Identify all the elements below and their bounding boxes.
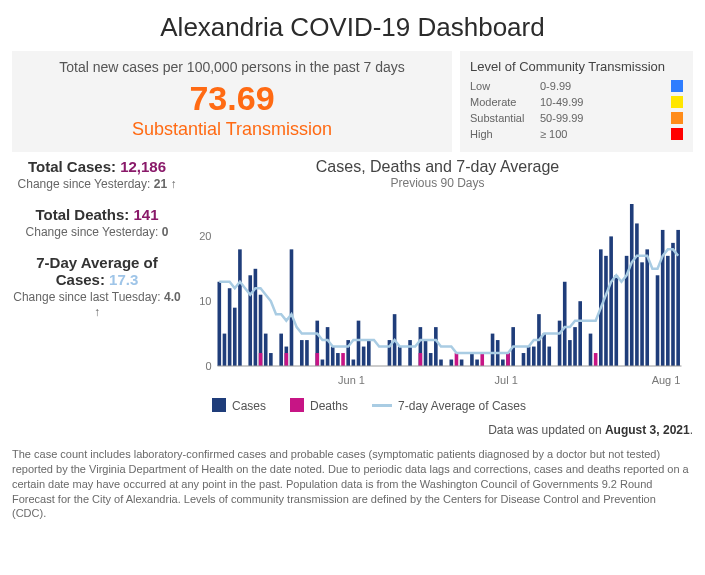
svg-rect-7: [238, 249, 242, 366]
legend-avg: 7-day Average of Cases: [372, 399, 526, 413]
chart-subtitle: Previous 90 Days: [182, 176, 693, 190]
mid-row: Total Cases: 12,186 Change since Yesterd…: [12, 158, 693, 437]
svg-rect-74: [315, 353, 319, 366]
cases-swatch-icon: [212, 398, 226, 412]
svg-rect-76: [419, 353, 423, 366]
svg-rect-55: [573, 327, 577, 366]
svg-rect-78: [480, 353, 484, 366]
svg-text:10: 10: [199, 295, 211, 307]
stat-label: Total Deaths:: [35, 206, 133, 223]
svg-rect-37: [450, 360, 454, 366]
svg-rect-34: [429, 353, 433, 366]
svg-rect-21: [331, 347, 335, 366]
legend-row: Substantial50-99.99: [470, 110, 683, 126]
svg-rect-77: [455, 353, 459, 366]
svg-rect-65: [640, 262, 644, 366]
svg-rect-3: [218, 282, 222, 366]
stat-change: Change since Yesterday: 21 ↑: [12, 177, 182, 192]
legend-swatch-icon: [671, 96, 683, 108]
legend-swatch-icon: [671, 128, 683, 140]
svg-rect-9: [254, 269, 258, 366]
deaths-swatch-icon: [290, 398, 304, 412]
legend-swatch-icon: [671, 80, 683, 92]
svg-rect-17: [305, 340, 309, 366]
svg-rect-53: [563, 282, 567, 366]
legend-row: Moderate10-49.99: [470, 94, 683, 110]
svg-rect-64: [635, 223, 639, 366]
avg-line-icon: [372, 404, 392, 407]
svg-rect-15: [290, 249, 294, 366]
stat-total-cases: Total Cases: 12,186 Change since Yesterd…: [12, 158, 182, 192]
rate-label: Substantial Transmission: [22, 119, 442, 140]
legend-range: ≥ 100: [540, 126, 671, 142]
svg-rect-47: [527, 347, 531, 366]
cases-chart: 01020Jun 1Jul 1Aug 1: [182, 194, 693, 394]
svg-rect-72: [259, 353, 263, 366]
svg-rect-75: [341, 353, 345, 366]
stat-value: 12,186: [120, 158, 166, 175]
legend-level: Substantial: [470, 110, 540, 126]
svg-rect-60: [609, 236, 613, 366]
svg-text:0: 0: [205, 360, 211, 372]
stat-total-deaths: Total Deaths: 141 Change since Yesterday…: [12, 206, 182, 240]
svg-rect-33: [424, 340, 428, 366]
svg-rect-13: [279, 334, 283, 366]
svg-text:Aug 1: Aug 1: [652, 374, 681, 386]
svg-rect-6: [233, 308, 237, 366]
svg-text:Jun 1: Jun 1: [338, 374, 365, 386]
chart-legend: Cases Deaths 7-day Average of Cases: [182, 398, 693, 413]
rate-card: Total new cases per 100,000 persons in t…: [12, 51, 452, 152]
svg-text:20: 20: [199, 230, 211, 242]
legend-level: Moderate: [470, 94, 540, 110]
svg-rect-40: [475, 360, 479, 366]
stat-7day-average: 7-Day Average of Cases: 17.3 Change sinc…: [12, 254, 182, 320]
svg-rect-70: [671, 243, 675, 366]
transmission-legend-card: Level of Community Transmission Low0-9.9…: [460, 51, 693, 152]
legend-row: Low0-9.99: [470, 78, 683, 94]
svg-rect-30: [398, 347, 402, 366]
svg-rect-39: [470, 353, 474, 366]
svg-rect-4: [223, 334, 227, 366]
chart-title: Cases, Deaths and 7-day Average: [182, 158, 693, 176]
svg-rect-51: [547, 347, 551, 366]
legend-row: High≥ 100: [470, 126, 683, 142]
svg-rect-48: [532, 347, 536, 366]
svg-rect-59: [604, 256, 608, 366]
legend-range: 0-9.99: [540, 78, 671, 94]
stat-label: 7-Day Average of Cases:: [36, 254, 157, 288]
svg-rect-80: [594, 353, 598, 366]
footnote: The case count includes laboratory-confi…: [12, 447, 693, 521]
svg-rect-41: [491, 334, 495, 366]
legend-range: 50-99.99: [540, 110, 671, 126]
svg-rect-25: [357, 321, 361, 366]
legend-level: Low: [470, 78, 540, 94]
updated-text: Data was updated on August 3, 2021.: [182, 423, 693, 437]
svg-rect-54: [568, 340, 572, 366]
svg-rect-56: [578, 301, 582, 366]
svg-rect-8: [248, 275, 252, 366]
stat-value: 17.3: [109, 271, 138, 288]
legend-range: 10-49.99: [540, 94, 671, 110]
svg-rect-27: [367, 340, 371, 366]
legend-cases: Cases: [212, 398, 266, 413]
transmission-legend-title: Level of Community Transmission: [470, 59, 683, 74]
chart-column: Cases, Deaths and 7-day Average Previous…: [182, 158, 693, 437]
svg-rect-50: [542, 334, 546, 366]
svg-rect-36: [439, 360, 443, 366]
svg-rect-68: [661, 230, 665, 366]
svg-rect-46: [522, 353, 526, 366]
svg-rect-69: [666, 256, 670, 366]
svg-rect-71: [676, 230, 680, 366]
rate-value: 73.69: [22, 81, 442, 117]
svg-rect-61: [614, 275, 618, 366]
svg-rect-38: [460, 360, 464, 366]
svg-rect-22: [336, 353, 340, 366]
svg-rect-79: [506, 353, 510, 366]
stat-change: Change since last Tuesday: 4.0 ↑: [12, 290, 182, 320]
svg-rect-20: [326, 327, 330, 366]
stat-change: Change since Yesterday: 0: [12, 225, 182, 240]
legend-swatch-icon: [671, 112, 683, 124]
page-title: Alexandria COVID-19 Dashboard: [12, 12, 693, 43]
svg-rect-73: [285, 353, 289, 366]
svg-rect-52: [558, 321, 562, 366]
